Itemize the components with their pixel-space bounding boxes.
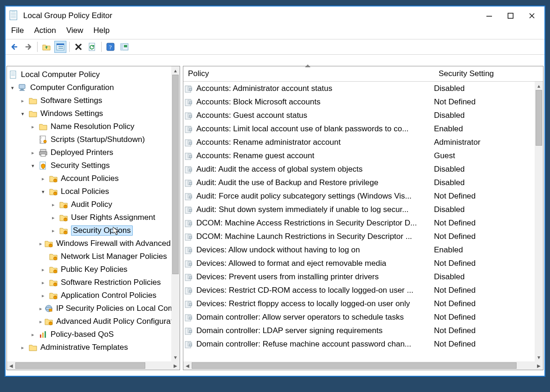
- tree-node[interactable]: ▸Windows Firewall with Advanced Security: [7, 237, 180, 250]
- expand-icon[interactable]: ▸: [39, 318, 42, 325]
- nav-tree: Local Computer Policy▾Computer Configura…: [7, 68, 180, 354]
- policy-row[interactable]: Domain controller: Refuse machine accoun…: [183, 337, 543, 351]
- toolbar-delete-button[interactable]: [72, 41, 84, 53]
- tree-node[interactable]: ▸Name Resolution Policy: [7, 120, 180, 133]
- expand-icon[interactable]: ▸: [39, 266, 47, 273]
- policy-row[interactable]: Audit: Force audit policy subcategory se…: [183, 189, 543, 203]
- toolbar-forward-button[interactable]: [22, 41, 34, 53]
- collapse-icon[interactable]: ▾: [9, 84, 16, 91]
- expand-icon[interactable]: ▸: [29, 331, 37, 338]
- expand-icon[interactable]: ▸: [39, 240, 42, 247]
- maximize-button[interactable]: [500, 9, 521, 23]
- menu-file[interactable]: File: [11, 26, 24, 35]
- policy-row[interactable]: Accounts: Administrator account statusDi…: [183, 82, 543, 95]
- tree-node[interactable]: ▸Account Policies: [7, 172, 180, 185]
- scroll-thumb[interactable]: [192, 362, 517, 369]
- toolbar-back-button[interactable]: [8, 41, 20, 53]
- tree-node[interactable]: ▸Application Control Policies: [7, 289, 180, 302]
- policy-row[interactable]: Devices: Restrict floppy access to local…: [183, 297, 543, 310]
- policy-row[interactable]: Audit: Shut down system immediately if u…: [183, 203, 543, 216]
- tree-node[interactable]: ▾Windows Settings: [7, 107, 180, 120]
- expand-icon[interactable]: ▸: [39, 279, 47, 286]
- expand-icon[interactable]: ▸: [29, 149, 37, 156]
- list-horizontal-scrollbar[interactable]: ◀ ▶: [183, 361, 543, 370]
- scroll-right-icon[interactable]: ▶: [535, 361, 543, 370]
- tree-vertical-scrollbar[interactable]: ▲ ▼: [171, 66, 180, 361]
- tree-node[interactable]: ▸Advanced Audit Policy Configuration: [7, 315, 180, 328]
- toolbar-help-button[interactable]: ?: [104, 41, 116, 53]
- tree-node[interactable]: ▸User Rights Assignment: [7, 211, 180, 224]
- toolbar-console-button[interactable]: [118, 41, 130, 53]
- tree-node[interactable]: ▸IP Security Policies on Local Computer: [7, 302, 180, 315]
- policy-row[interactable]: Accounts: Rename administrator accountAd…: [183, 135, 543, 149]
- policy-row[interactable]: Audit: Audit the use of Backup and Resto…: [183, 176, 543, 189]
- tree-node[interactable]: ▸Policy-based QoS: [7, 328, 180, 341]
- collapse-icon[interactable]: ▾: [39, 188, 47, 195]
- collapse-icon[interactable]: ▾: [29, 162, 37, 169]
- policy-row[interactable]: Domain controller: LDAP server signing r…: [183, 324, 543, 337]
- policy-name: Domain controller: Allow server operator…: [196, 313, 404, 322]
- tree-node[interactable]: ▾Security Settings: [7, 159, 180, 172]
- policy-row[interactable]: DCOM: Machine Access Restrictions in Sec…: [183, 216, 543, 230]
- expand-icon[interactable]: ▸: [29, 123, 37, 130]
- expand-icon[interactable]: ▸: [19, 97, 26, 104]
- list-vertical-scrollbar[interactable]: ▲ ▼: [535, 82, 543, 361]
- scroll-up-icon[interactable]: ▲: [171, 66, 180, 75]
- policy-row[interactable]: Accounts: Block Microsoft accountsNot De…: [183, 95, 543, 109]
- tree-node[interactable]: ▸Public Key Policies: [7, 263, 180, 276]
- column-header-policy[interactable]: Policy: [183, 66, 434, 81]
- expand-icon[interactable]: ▸: [50, 201, 57, 208]
- policy-row[interactable]: Accounts: Limit local account use of bla…: [183, 122, 543, 135]
- scroll-down-icon[interactable]: ▼: [171, 353, 180, 361]
- column-header-setting[interactable]: Security Setting: [434, 66, 543, 81]
- window-frame: Local Group Policy Editor File Action Vi…: [5, 6, 545, 377]
- policy-row[interactable]: DCOM: Machine Launch Restrictions in Sec…: [183, 230, 543, 243]
- expand-icon[interactable]: ▸: [50, 227, 57, 234]
- policy-row[interactable]: Audit: Audit the access of global system…: [183, 162, 543, 176]
- tree-node[interactable]: Scripts (Startup/Shutdown): [7, 133, 180, 146]
- tree-node[interactable]: ▸Deployed Printers: [7, 146, 180, 159]
- policy-name: Accounts: Administrator account status: [196, 84, 332, 93]
- scroll-right-icon[interactable]: ▶: [171, 361, 180, 370]
- policy-row[interactable]: Devices: Prevent users from installing p…: [183, 270, 543, 283]
- tree-horizontal-scrollbar[interactable]: ◀ ▶: [7, 361, 180, 370]
- policy-row[interactable]: Devices: Allowed to format and eject rem…: [183, 257, 543, 270]
- policy-row[interactable]: Devices: Allow undock without having to …: [183, 243, 543, 257]
- policy-row[interactable]: Accounts: Guest account statusDisabled: [183, 109, 543, 122]
- scroll-thumb[interactable]: [172, 75, 179, 274]
- tree-node[interactable]: ▸Software Restriction Policies: [7, 276, 180, 289]
- toolbar-up-folder-button[interactable]: [40, 41, 52, 53]
- toolbar-refresh-button[interactable]: [86, 41, 98, 53]
- menu-view[interactable]: View: [66, 26, 84, 35]
- policy-row[interactable]: Devices: Restrict CD-ROM access to local…: [183, 283, 543, 297]
- toolbar-list-button[interactable]: [54, 41, 66, 53]
- scroll-up-icon[interactable]: ▲: [535, 82, 543, 90]
- expand-icon[interactable]: ▸: [50, 214, 57, 221]
- close-button[interactable]: [521, 9, 543, 23]
- tree-node[interactable]: ▸Software Settings: [7, 94, 180, 107]
- scroll-thumb[interactable]: [536, 90, 542, 146]
- expand-icon[interactable]: ▸: [39, 292, 47, 299]
- expand-icon[interactable]: ▸: [19, 344, 26, 351]
- tree-node[interactable]: ▸Audit Policy: [7, 198, 180, 211]
- folder-sec-icon: [59, 213, 68, 222]
- menu-help[interactable]: Help: [93, 26, 110, 35]
- menu-action[interactable]: Action: [34, 26, 56, 35]
- scroll-left-icon[interactable]: ◀: [7, 361, 15, 370]
- tree-node[interactable]: ▸Administrative Templates: [7, 341, 180, 354]
- tree-node[interactable]: Network List Manager Policies: [7, 250, 180, 263]
- tree-node[interactable]: ▸Security Options: [7, 224, 180, 237]
- tree-node[interactable]: Local Computer Policy: [7, 68, 180, 81]
- tree-node[interactable]: ▾Local Policies: [7, 185, 180, 198]
- policy-row[interactable]: Domain controller: Allow server operator…: [183, 310, 543, 324]
- minimize-button[interactable]: [479, 9, 500, 23]
- collapse-icon[interactable]: ▾: [19, 110, 26, 117]
- menubar: File Action View Help: [6, 25, 544, 39]
- scroll-thumb[interactable]: [15, 362, 145, 369]
- scroll-left-icon[interactable]: ◀: [183, 361, 192, 370]
- scroll-down-icon[interactable]: ▼: [535, 353, 543, 361]
- expand-icon[interactable]: ▸: [39, 305, 42, 312]
- policy-row[interactable]: Accounts: Rename guest accountGuest: [183, 149, 543, 162]
- tree-node[interactable]: ▾Computer Configuration: [7, 81, 180, 94]
- expand-icon[interactable]: ▸: [39, 175, 47, 182]
